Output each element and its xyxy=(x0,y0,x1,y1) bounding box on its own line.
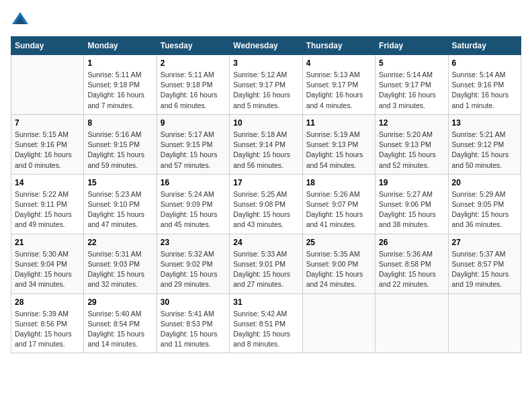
weekday-header-saturday: Saturday xyxy=(448,37,521,55)
calendar-cell: 18Sunrise: 5:26 AM Sunset: 9:07 PM Dayli… xyxy=(302,174,375,234)
day-number: 14 xyxy=(15,178,80,187)
day-info: Sunrise: 5:16 AM Sunset: 9:15 PM Dayligh… xyxy=(87,130,152,171)
weekday-header-sunday: Sunday xyxy=(11,37,84,55)
day-info: Sunrise: 5:19 AM Sunset: 9:13 PM Dayligh… xyxy=(306,130,371,171)
calendar-cell: 22Sunrise: 5:31 AM Sunset: 9:03 PM Dayli… xyxy=(84,234,157,293)
day-number: 11 xyxy=(306,118,371,128)
day-number: 29 xyxy=(87,298,152,307)
day-number: 10 xyxy=(233,118,298,128)
day-number: 31 xyxy=(233,298,298,307)
calendar-cell: 12Sunrise: 5:20 AM Sunset: 9:13 PM Dayli… xyxy=(375,114,448,174)
day-info: Sunrise: 5:39 AM Sunset: 8:56 PM Dayligh… xyxy=(15,309,80,350)
calendar-cell: 6Sunrise: 5:14 AM Sunset: 9:16 PM Daylig… xyxy=(448,55,521,115)
calendar-cell xyxy=(302,293,375,353)
calendar-cell: 23Sunrise: 5:32 AM Sunset: 9:02 PM Dayli… xyxy=(157,234,229,293)
day-number: 13 xyxy=(452,118,517,128)
calendar-cell: 11Sunrise: 5:19 AM Sunset: 9:13 PM Dayli… xyxy=(302,114,375,174)
day-number: 28 xyxy=(15,298,80,307)
day-number: 6 xyxy=(452,58,517,68)
calendar-cell: 17Sunrise: 5:25 AM Sunset: 9:08 PM Dayli… xyxy=(230,174,302,234)
calendar-week-5: 28Sunrise: 5:39 AM Sunset: 8:56 PM Dayli… xyxy=(11,293,521,353)
day-info: Sunrise: 5:31 AM Sunset: 9:03 PM Dayligh… xyxy=(87,249,152,290)
calendar-cell: 7Sunrise: 5:15 AM Sunset: 9:16 PM Daylig… xyxy=(11,114,84,174)
calendar-cell: 29Sunrise: 5:40 AM Sunset: 8:54 PM Dayli… xyxy=(84,293,157,353)
calendar-cell: 27Sunrise: 5:37 AM Sunset: 8:57 PM Dayli… xyxy=(448,234,521,293)
logo-icon xyxy=(11,11,30,30)
day-info: Sunrise: 5:26 AM Sunset: 9:07 PM Dayligh… xyxy=(306,189,371,230)
calendar-week-4: 21Sunrise: 5:30 AM Sunset: 9:04 PM Dayli… xyxy=(11,234,521,293)
day-info: Sunrise: 5:23 AM Sunset: 9:10 PM Dayligh… xyxy=(87,189,152,230)
day-info: Sunrise: 5:30 AM Sunset: 9:04 PM Dayligh… xyxy=(15,249,80,290)
calendar-week-2: 7Sunrise: 5:15 AM Sunset: 9:16 PM Daylig… xyxy=(11,114,521,174)
day-info: Sunrise: 5:12 AM Sunset: 9:17 PM Dayligh… xyxy=(233,70,298,111)
day-number: 18 xyxy=(306,178,371,187)
day-info: Sunrise: 5:22 AM Sunset: 9:11 PM Dayligh… xyxy=(15,189,80,230)
day-info: Sunrise: 5:36 AM Sunset: 8:58 PM Dayligh… xyxy=(379,249,444,290)
day-info: Sunrise: 5:17 AM Sunset: 9:15 PM Dayligh… xyxy=(161,130,226,171)
day-number: 12 xyxy=(379,118,444,128)
day-number: 24 xyxy=(233,238,298,247)
day-number: 9 xyxy=(161,118,226,128)
day-number: 15 xyxy=(87,178,152,187)
day-info: Sunrise: 5:14 AM Sunset: 9:17 PM Dayligh… xyxy=(379,70,444,111)
day-info: Sunrise: 5:33 AM Sunset: 9:01 PM Dayligh… xyxy=(233,249,298,290)
calendar-cell: 25Sunrise: 5:35 AM Sunset: 9:00 PM Dayli… xyxy=(302,234,375,293)
day-number: 5 xyxy=(379,58,444,68)
calendar-cell: 2Sunrise: 5:11 AM Sunset: 9:18 PM Daylig… xyxy=(157,55,229,115)
day-info: Sunrise: 5:25 AM Sunset: 9:08 PM Dayligh… xyxy=(233,189,298,230)
calendar-cell: 1Sunrise: 5:11 AM Sunset: 9:18 PM Daylig… xyxy=(84,55,157,115)
day-info: Sunrise: 5:18 AM Sunset: 9:14 PM Dayligh… xyxy=(233,130,298,171)
day-info: Sunrise: 5:14 AM Sunset: 9:16 PM Dayligh… xyxy=(452,70,517,111)
calendar-cell: 10Sunrise: 5:18 AM Sunset: 9:14 PM Dayli… xyxy=(230,114,302,174)
day-info: Sunrise: 5:13 AM Sunset: 9:17 PM Dayligh… xyxy=(306,70,371,111)
day-number: 8 xyxy=(87,118,152,128)
day-number: 27 xyxy=(452,238,517,247)
day-number: 26 xyxy=(379,238,444,247)
day-info: Sunrise: 5:29 AM Sunset: 9:05 PM Dayligh… xyxy=(452,189,517,230)
calendar-cell: 8Sunrise: 5:16 AM Sunset: 9:15 PM Daylig… xyxy=(84,114,157,174)
day-info: Sunrise: 5:42 AM Sunset: 8:51 PM Dayligh… xyxy=(233,309,298,350)
day-number: 4 xyxy=(306,58,371,68)
calendar-cell xyxy=(375,293,448,353)
calendar-cell: 14Sunrise: 5:22 AM Sunset: 9:11 PM Dayli… xyxy=(11,174,84,234)
weekday-header-tuesday: Tuesday xyxy=(157,37,229,55)
calendar-week-1: 1Sunrise: 5:11 AM Sunset: 9:18 PM Daylig… xyxy=(11,55,521,115)
calendar-cell: 13Sunrise: 5:21 AM Sunset: 9:12 PM Dayli… xyxy=(448,114,521,174)
weekday-header-thursday: Thursday xyxy=(302,37,375,55)
calendar-cell: 21Sunrise: 5:30 AM Sunset: 9:04 PM Dayli… xyxy=(11,234,84,293)
calendar-week-3: 14Sunrise: 5:22 AM Sunset: 9:11 PM Dayli… xyxy=(11,174,521,234)
day-number: 3 xyxy=(233,58,298,68)
day-number: 2 xyxy=(161,58,226,68)
calendar-table: SundayMondayTuesdayWednesdayThursdayFrid… xyxy=(11,36,521,353)
weekday-header-friday: Friday xyxy=(375,37,448,55)
calendar-cell: 9Sunrise: 5:17 AM Sunset: 9:15 PM Daylig… xyxy=(157,114,229,174)
calendar-cell: 20Sunrise: 5:29 AM Sunset: 9:05 PM Dayli… xyxy=(448,174,521,234)
day-info: Sunrise: 5:32 AM Sunset: 9:02 PM Dayligh… xyxy=(161,249,226,290)
day-info: Sunrise: 5:35 AM Sunset: 9:00 PM Dayligh… xyxy=(306,249,371,290)
day-number: 30 xyxy=(161,298,226,307)
calendar-cell: 19Sunrise: 5:27 AM Sunset: 9:06 PM Dayli… xyxy=(375,174,448,234)
weekday-header-monday: Monday xyxy=(84,37,157,55)
calendar-cell: 5Sunrise: 5:14 AM Sunset: 9:17 PM Daylig… xyxy=(375,55,448,115)
calendar-cell: 31Sunrise: 5:42 AM Sunset: 8:51 PM Dayli… xyxy=(230,293,302,353)
calendar-cell xyxy=(11,55,84,115)
calendar-cell: 28Sunrise: 5:39 AM Sunset: 8:56 PM Dayli… xyxy=(11,293,84,353)
weekday-header-wednesday: Wednesday xyxy=(230,37,302,55)
calendar-cell: 16Sunrise: 5:24 AM Sunset: 9:09 PM Dayli… xyxy=(157,174,229,234)
day-info: Sunrise: 5:15 AM Sunset: 9:16 PM Dayligh… xyxy=(15,130,80,171)
day-info: Sunrise: 5:11 AM Sunset: 9:18 PM Dayligh… xyxy=(87,70,152,111)
day-info: Sunrise: 5:27 AM Sunset: 9:06 PM Dayligh… xyxy=(379,189,444,230)
day-number: 19 xyxy=(379,178,444,187)
day-number: 7 xyxy=(15,118,80,128)
day-number: 20 xyxy=(452,178,517,187)
day-number: 17 xyxy=(233,178,298,187)
day-info: Sunrise: 5:37 AM Sunset: 8:57 PM Dayligh… xyxy=(452,249,517,290)
calendar-cell: 30Sunrise: 5:41 AM Sunset: 8:53 PM Dayli… xyxy=(157,293,229,353)
page-header xyxy=(11,11,521,30)
calendar-cell: 24Sunrise: 5:33 AM Sunset: 9:01 PM Dayli… xyxy=(230,234,302,293)
day-number: 22 xyxy=(87,238,152,247)
calendar-cell: 26Sunrise: 5:36 AM Sunset: 8:58 PM Dayli… xyxy=(375,234,448,293)
day-info: Sunrise: 5:24 AM Sunset: 9:09 PM Dayligh… xyxy=(161,189,226,230)
calendar-cell: 15Sunrise: 5:23 AM Sunset: 9:10 PM Dayli… xyxy=(84,174,157,234)
day-number: 25 xyxy=(306,238,371,247)
